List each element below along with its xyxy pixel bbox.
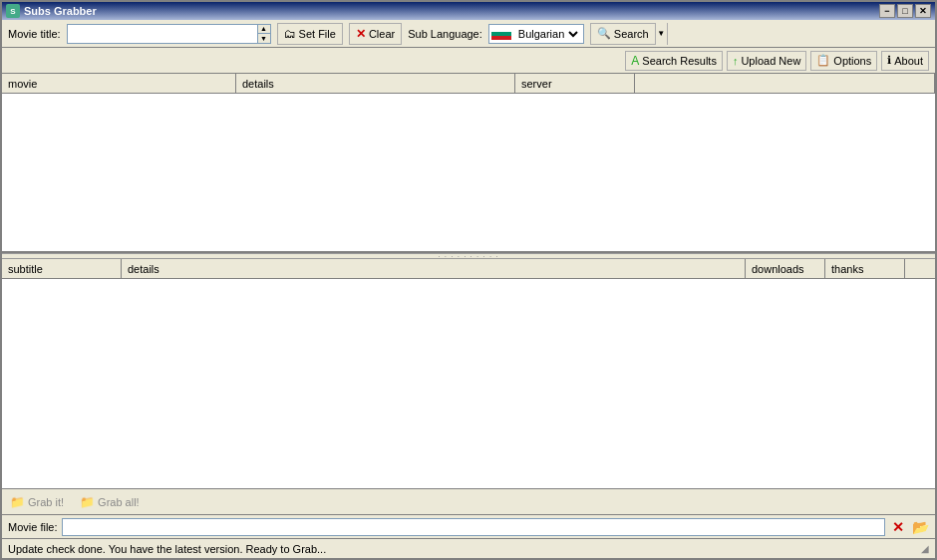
language-flag: [491, 28, 511, 40]
th2-thanks: thanks: [825, 259, 905, 279]
minimize-button[interactable]: −: [879, 4, 895, 18]
th-extra: [635, 74, 935, 94]
options-icon: 📋: [816, 54, 830, 67]
th-details: details: [236, 74, 515, 94]
th-server: server: [515, 74, 635, 94]
movie-file-input[interactable]: [62, 518, 885, 536]
main-window: S Subs Grabber − □ ✕ Movie title: ▲ ▼ 🗂 …: [0, 0, 937, 560]
th2-details: details: [122, 259, 746, 279]
close-button[interactable]: ✕: [915, 4, 931, 18]
clear-label: Clear: [369, 28, 395, 40]
search-label: Search: [614, 28, 649, 40]
bottom-table-body[interactable]: [2, 279, 935, 488]
upload-new-icon: ↑: [733, 55, 739, 67]
restore-button[interactable]: □: [897, 4, 913, 18]
movie-title-input-wrap: ▲ ▼: [67, 24, 271, 44]
main-content: movie details server · · · · · · · · · ·…: [2, 74, 935, 488]
grab-it-button[interactable]: 📁 Grab it!: [10, 495, 64, 509]
language-select-wrap: Bulgarian English Spanish French German: [488, 24, 584, 44]
window-title: Subs Grabber: [24, 5, 97, 17]
about-button[interactable]: ℹ About: [881, 51, 929, 71]
grab-all-label: Grab all!: [98, 496, 140, 508]
top-table-area: movie details server: [2, 74, 935, 253]
app-icon: S: [6, 4, 20, 18]
status-bar: Update check done. You have the latest v…: [2, 538, 935, 558]
search-results-button[interactable]: A Search Results: [625, 51, 723, 71]
th-movie: movie: [2, 74, 236, 94]
set-file-label: Set File: [299, 28, 336, 40]
movie-title-label: Movie title:: [8, 28, 61, 40]
th2-downloads: downloads: [746, 259, 825, 279]
top-table-header: movie details server: [2, 74, 935, 94]
title-bar-left: S Subs Grabber: [6, 4, 97, 18]
clear-icon: ✕: [356, 27, 366, 41]
movie-file-browse-button[interactable]: 📂: [911, 518, 929, 536]
movie-file-clear-button[interactable]: ✕: [889, 518, 907, 536]
title-bar: S Subs Grabber − □ ✕: [2, 2, 935, 20]
options-button[interactable]: 📋 Options: [810, 51, 877, 71]
upload-new-button[interactable]: ↑ Upload New: [727, 51, 806, 71]
upload-new-label: Upload New: [741, 55, 800, 67]
resize-grip: ◢: [921, 543, 929, 554]
status-text: Update check done. You have the latest v…: [8, 543, 326, 555]
search-icon: 🔍: [597, 27, 611, 40]
spinner-down[interactable]: ▼: [258, 34, 270, 43]
bottom-table-area: subtitle details downloads thanks: [2, 259, 935, 488]
browse-icon: 📂: [912, 519, 929, 535]
set-file-button[interactable]: 🗂 Set File: [277, 23, 343, 45]
grab-all-button[interactable]: 📁 Grab all!: [80, 495, 140, 509]
about-label: About: [894, 55, 923, 67]
clear-file-icon: ✕: [892, 519, 904, 535]
grab-it-label: Grab it!: [28, 496, 64, 508]
bottom-action-bar: 📁 Grab it! 📁 Grab all!: [2, 488, 935, 514]
sub-language-label: Sub Language:: [408, 28, 482, 40]
bottom-table-header: subtitle details downloads thanks: [2, 259, 935, 279]
search-results-label: Search Results: [642, 55, 717, 67]
movie-file-bar: Movie file: ✕ 📂: [2, 514, 935, 538]
main-toolbar: Movie title: ▲ ▼ 🗂 Set File ✕ Clear Sub …: [2, 20, 935, 48]
search-button-wrap: 🔍 Search ▼: [590, 23, 668, 45]
th2-extra: [905, 259, 935, 279]
movie-title-spinners: ▲ ▼: [257, 25, 270, 43]
title-bar-controls: − □ ✕: [879, 4, 931, 18]
options-label: Options: [833, 55, 871, 67]
th2-subtitle: subtitle: [2, 259, 122, 279]
secondary-toolbar: A Search Results ↑ Upload New 📋 Options …: [2, 48, 935, 74]
movie-file-label: Movie file:: [8, 521, 58, 533]
clear-button[interactable]: ✕ Clear: [349, 23, 402, 45]
movie-title-input[interactable]: [68, 25, 257, 43]
search-button[interactable]: 🔍 Search: [591, 23, 655, 45]
set-file-icon: 🗂: [284, 27, 296, 41]
grab-it-icon: 📁: [10, 495, 25, 509]
top-table-body[interactable]: [2, 94, 935, 251]
spinner-up[interactable]: ▲: [258, 25, 270, 34]
grab-all-icon: 📁: [80, 495, 95, 509]
language-select[interactable]: Bulgarian English Spanish French German: [514, 25, 581, 43]
about-icon: ℹ: [887, 54, 891, 67]
search-dropdown-button[interactable]: ▼: [655, 23, 667, 45]
search-results-icon: A: [631, 54, 639, 68]
